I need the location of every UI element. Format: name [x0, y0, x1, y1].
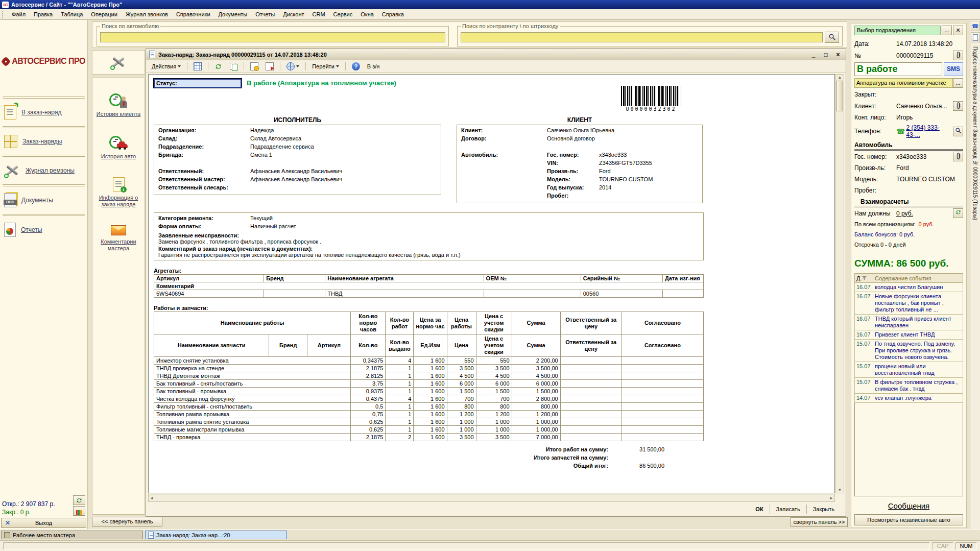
- menu-item-8[interactable]: Дисконт: [279, 10, 308, 19]
- work-row-5[interactable]: Чистка колодца под форсунку0,437541 6007…: [154, 395, 704, 403]
- department-field[interactable]: Аппаратура на топливном участке: [854, 78, 953, 88]
- scroll-thumb[interactable]: [836, 81, 843, 111]
- messages-link[interactable]: Сообщения: [888, 501, 929, 510]
- attachment-button[interactable]: [953, 152, 963, 161]
- workspace-tab-2[interactable]: Информация о заказ наряде: [92, 177, 145, 208]
- attachment-button[interactable]: [953, 51, 963, 60]
- menu-item-5[interactable]: Справочники: [172, 10, 214, 19]
- close-button[interactable]: Закрыть: [806, 505, 841, 514]
- sidebar-item-2[interactable]: Журнал ремзоны: [0, 157, 87, 184]
- minimize-icon[interactable]: _: [809, 51, 818, 58]
- nomenclature-tab[interactable]: Подбор номенклатуры в документ Заказ-нар…: [972, 46, 978, 220]
- copy-doc-button[interactable]: [227, 61, 240, 71]
- sidebar-item-4[interactable]: Отчеты: [0, 216, 87, 244]
- events-date-header[interactable]: Д: [855, 274, 873, 283]
- event-row-4[interactable]: 15.07По тнвд озвучено. Под замену. При п…: [855, 340, 963, 362]
- scroll-right-icon[interactable]: ►: [829, 496, 833, 500]
- event-row-0[interactable]: 16.07колодца чистил Благушин: [855, 283, 963, 292]
- work-row-2[interactable]: ТНВД Демонтаж монтаж2,812511 6004 5004 5…: [154, 372, 704, 380]
- menu-item-1[interactable]: Правка: [30, 10, 57, 19]
- work-row-10[interactable]: ТНВД - проверка2,187521 6003 5003 5007 0…: [154, 434, 704, 441]
- work-row-8[interactable]: Топливная рампа снятие установка0,62511 …: [154, 418, 704, 426]
- ellipsis-button[interactable]: ...: [942, 26, 952, 35]
- workspace-tab-1[interactable]: История авто: [101, 135, 136, 160]
- vertical-scrollbar[interactable]: ▲ ▼: [835, 74, 844, 493]
- work-row-3[interactable]: Бак топливный - снять/поставить3,7511 60…: [154, 380, 704, 388]
- menu-item-7[interactable]: Отчеты: [251, 10, 279, 19]
- search-icon: [828, 33, 836, 41]
- menu-item-9[interactable]: CRM: [308, 10, 329, 19]
- menu-item-4[interactable]: Журнал звонков: [122, 10, 172, 19]
- status-field[interactable]: Статус:: [154, 79, 242, 88]
- print-form-button[interactable]: [191, 61, 204, 71]
- collapse-right-button[interactable]: свернуть панель >>: [791, 517, 848, 527]
- taskbar-item-workspace[interactable]: Рабочее место мастера: [1, 531, 143, 539]
- events-content-header[interactable]: Содержание события: [873, 274, 963, 283]
- doc-titlebar[interactable]: Заказ-наряд: Заказ-наряд 00000029115 от …: [146, 49, 846, 60]
- search-contragent-input[interactable]: [461, 32, 823, 42]
- menu-item-11[interactable]: Окна: [356, 10, 378, 19]
- scroll-left-icon[interactable]: ◄: [150, 496, 154, 500]
- collapse-left-button[interactable]: << свернуть панель: [92, 517, 162, 526]
- department-select[interactable]: Выбор подразделения: [854, 26, 941, 35]
- scroll-down-icon[interactable]: ▼: [838, 488, 842, 492]
- aggregates-data-row[interactable]: 5WS40694ТНВД00560: [154, 290, 704, 298]
- menu-item-6[interactable]: Документы: [214, 10, 252, 19]
- menu-item-12[interactable]: Справка: [378, 10, 408, 19]
- goto-menu-button[interactable]: Перейти: [309, 62, 342, 70]
- menu-item-3[interactable]: Операции: [87, 10, 121, 19]
- sidebar-item-3[interactable]: Документы: [0, 186, 87, 214]
- work-row-1[interactable]: ТНВД проверка на стенде2,187511 6003 500…: [154, 365, 704, 372]
- work-row-4[interactable]: Бак топливный - промывка0,937511 6001 50…: [154, 388, 704, 395]
- web-button[interactable]: [284, 61, 302, 71]
- event-row-3[interactable]: 16.07Привезет клиент ТНВД: [855, 330, 963, 340]
- menu-item-0[interactable]: Файл: [8, 10, 30, 19]
- load-doc-button[interactable]: [263, 61, 276, 71]
- owed-link[interactable]: 0 руб.: [896, 210, 953, 217]
- workspace-tab-0[interactable]: История клиента: [97, 92, 140, 117]
- event-row-5[interactable]: 15.07процени новый или восстановленный т…: [855, 362, 963, 378]
- clear-button[interactable]: ✕: [953, 26, 963, 35]
- menu-item-10[interactable]: Сервис: [329, 10, 357, 19]
- refresh-button[interactable]: [73, 495, 85, 505]
- work-row-6[interactable]: Фильтр топливный - снять/поставить0,511 …: [154, 403, 704, 411]
- close-icon[interactable]: ×: [833, 51, 843, 58]
- refresh-button[interactable]: [953, 208, 963, 218]
- view-unsaved-button[interactable]: Посмотреть незаписанные авто: [854, 514, 963, 525]
- sidebar-item-0[interactable]: В заказ-наряд: [0, 99, 87, 126]
- event-row-1[interactable]: 16.07Новые форсунки клиента поставлены ,…: [855, 292, 963, 315]
- phone-link[interactable]: 2 (354) 333-43-...: [906, 124, 953, 138]
- event-row-2[interactable]: 16.07ТНВД который привез клиент неиспара…: [855, 315, 963, 330]
- ok-button[interactable]: ОК: [749, 505, 769, 514]
- work-row-0[interactable]: Инжектор снятие установка0,3437541 60055…: [154, 357, 704, 365]
- attachment-button[interactable]: [953, 101, 963, 111]
- event-row-6[interactable]: 15.07В фильтре топливном стружка , снима…: [855, 378, 963, 394]
- actions-menu-button[interactable]: Действия: [149, 62, 183, 70]
- phone-search-button[interactable]: [953, 127, 963, 136]
- ellipsis-button[interactable]: ...: [953, 78, 963, 88]
- workspace-tab-3[interactable]: Комментарии мастера: [92, 225, 145, 252]
- menu-item-2[interactable]: Таблица: [57, 10, 87, 19]
- chart-button[interactable]: [73, 506, 85, 516]
- column-header: Сумма: [512, 334, 560, 357]
- exit-button[interactable]: ✕ Выход: [1, 518, 86, 528]
- scroll-up-icon[interactable]: ▲: [838, 75, 842, 80]
- help-button[interactable]: [349, 61, 363, 71]
- vzn-button[interactable]: В з/н: [365, 62, 383, 70]
- search-auto-input[interactable]: [100, 32, 445, 42]
- doc-panel-button[interactable]: [971, 32, 980, 42]
- work-row-9[interactable]: Топливные магистрали промывка0,62511 600…: [154, 426, 704, 434]
- new-doc-button[interactable]: [248, 61, 261, 71]
- sidebar-item-1[interactable]: Заказ-наряды: [0, 128, 87, 155]
- horizontal-scrollbar[interactable]: ◄ ►: [148, 494, 835, 502]
- taskbar-item-order[interactable]: Заказ-наряд: Заказ-нар...:20: [145, 531, 287, 539]
- search-button[interactable]: [825, 32, 839, 43]
- phone-panel-button[interactable]: ☎: [971, 21, 980, 31]
- order-status[interactable]: В работе: [854, 62, 942, 76]
- sms-button[interactable]: SMS: [944, 62, 963, 76]
- save-button[interactable]: Записать: [770, 505, 806, 514]
- maximize-icon[interactable]: □: [821, 51, 830, 58]
- work-row-7[interactable]: Топливная рампа промывка0,7511 6001 2001…: [154, 411, 704, 418]
- refresh-doc-button[interactable]: [212, 62, 225, 71]
- event-row-7[interactable]: 14.07vcv клапан .плунжера: [855, 394, 963, 403]
